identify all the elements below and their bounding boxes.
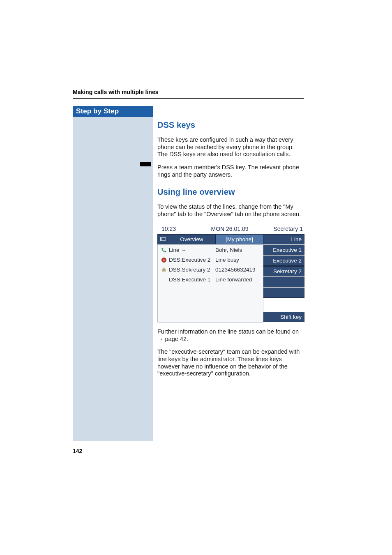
row-label: Line →: [169, 247, 215, 253]
main-content: DSS keys These keys are configured in su…: [157, 120, 305, 383]
row-label: DSS:Executive 1: [169, 276, 215, 283]
row-label: DSS:Executive 2: [169, 257, 215, 263]
sidekey-blank-2[interactable]: [263, 288, 304, 298]
sidekey-shift[interactable]: Shift key: [263, 312, 304, 322]
phone-date: MON 26.01.09: [196, 226, 263, 232]
tab-my-phone[interactable]: [My phone]: [216, 234, 263, 244]
empty-icon: [159, 276, 168, 283]
phone-list: Line → Bohr, Niels DSS:Executive 2 Line …: [157, 244, 263, 322]
sidebar-title: Step by Step: [73, 106, 153, 117]
bell-icon: [159, 266, 168, 274]
list-row-exec1: DSS:Executive 1 Line forwarded: [158, 275, 263, 285]
sidekey-line[interactable]: Line: [263, 234, 304, 244]
para-exec-sec-team: The "executive-secretary" team can be ex…: [157, 348, 305, 378]
page-number: 142: [73, 448, 82, 454]
row-value: Line forwarded: [215, 276, 263, 283]
list-row-exec2: DSS:Executive 2 Line busy: [158, 255, 263, 265]
sidekey-executive-2[interactable]: Executive 2: [263, 256, 304, 266]
phone-tabs: Overview [My phone]: [157, 234, 263, 244]
phone-left-panel: Overview [My phone] Line → Bohr, Niels: [157, 234, 263, 322]
phone-display-icon: [157, 234, 168, 244]
list-row-sek2: DSS:Sekretary 2 0123456632419: [158, 265, 263, 275]
heading-dss-keys: DSS keys: [157, 120, 305, 130]
handset-icon: [159, 246, 168, 254]
sidekey-blank-1[interactable]: [263, 277, 304, 287]
para-further-info: Further information on the line status c…: [157, 328, 305, 343]
sidebar: Step by Step: [73, 106, 153, 441]
phone-side-keys: Line Executive 1 Executive 2 Sekretary 2…: [263, 234, 304, 322]
svg-rect-0: [160, 237, 161, 241]
phone-screen: 10:23 MON 26.01.09 Secretary 1 Overview: [157, 224, 304, 322]
tab-overview[interactable]: Overview: [168, 234, 216, 244]
row-label: DSS:Sekretary 2: [169, 267, 215, 273]
para-overview-1: To view the status of the lines, change …: [157, 203, 305, 218]
para-dss-1: These keys are configured in such a way …: [157, 136, 305, 158]
header-rule: [73, 98, 304, 99]
para-dss-2: Press a team member's DSS key. The relev…: [157, 164, 305, 178]
phone-time: 10:23: [157, 226, 196, 232]
svg-rect-1: [161, 237, 166, 241]
running-header: Making calls with multiple lines: [73, 89, 159, 95]
phone-header: 10:23 MON 26.01.09 Secretary 1: [157, 224, 304, 234]
heading-line-overview: Using line overview: [157, 187, 305, 197]
phone-user: Secretary 1: [263, 226, 304, 232]
row-value: 0123456632419: [215, 267, 263, 273]
row-value: Line busy: [215, 257, 263, 263]
sidekey-executive-1[interactable]: Executive 1: [263, 245, 304, 255]
busy-dot-icon: [159, 256, 168, 264]
sidekey-sekretary-2[interactable]: Sekretary 2: [263, 266, 304, 276]
row-value: Bohr, Niels: [215, 247, 263, 253]
list-row-line: Line → Bohr, Niels: [158, 245, 263, 255]
step-indicator-icon: [140, 162, 151, 166]
